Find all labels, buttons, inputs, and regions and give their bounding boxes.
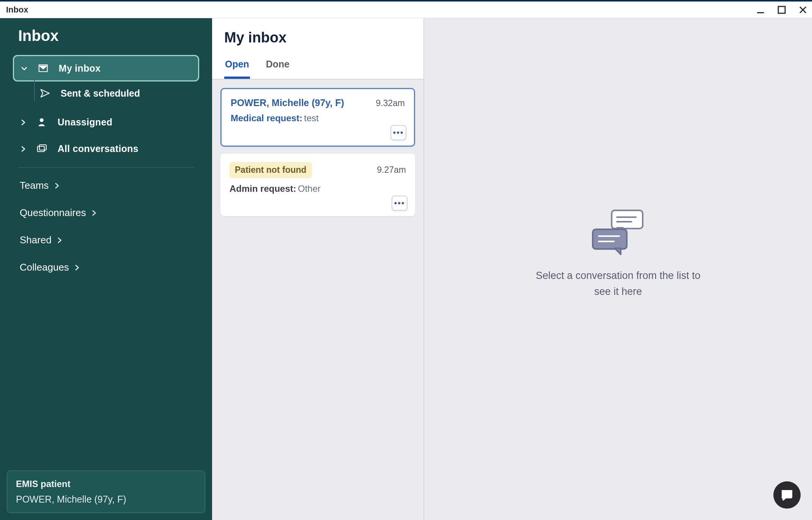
conversation-list-column: My inbox Open Done POWER, Michelle (97y,… xyxy=(212,18,424,520)
window-title-bar: Inbox xyxy=(0,0,812,18)
close-button[interactable] xyxy=(797,4,809,16)
svg-rect-0 xyxy=(757,12,764,13)
svg-point-4 xyxy=(40,118,44,122)
conversation-detail-column: Select a conversation from the list to s… xyxy=(424,18,812,520)
app-body: Inbox My inbox Sent & scheduled xyxy=(0,18,812,520)
svg-rect-7 xyxy=(612,210,643,229)
svg-rect-1 xyxy=(778,6,785,13)
sidebar-item-unassigned[interactable]: Unassigned xyxy=(13,109,199,135)
empty-state: Select a conversation from the list to s… xyxy=(527,208,709,300)
sidebar-title: Inbox xyxy=(0,27,212,55)
chevron-right-icon xyxy=(20,143,27,154)
conversation-empty-illustration xyxy=(590,208,646,257)
sidebar-item-all-conversations[interactable]: All conversations xyxy=(13,135,199,162)
chevron-right-icon xyxy=(20,117,27,128)
card-timestamp: 9.27am xyxy=(377,165,406,175)
sidebar-category-label: Shared xyxy=(20,234,52,246)
sidebar-item-sent-scheduled[interactable]: Sent & scheduled xyxy=(13,81,199,105)
sidebar-category-label: Questionnaires xyxy=(20,207,86,219)
tab-done[interactable]: Done xyxy=(265,54,290,79)
window-controls xyxy=(754,4,809,16)
svg-marker-16 xyxy=(783,498,787,501)
chat-icon xyxy=(780,489,794,501)
sidebar-category-shared[interactable]: Shared xyxy=(0,226,212,254)
chevron-down-icon xyxy=(21,63,28,74)
card-request-type-value: test xyxy=(304,113,319,123)
svg-rect-15 xyxy=(782,490,792,498)
svg-rect-11 xyxy=(593,229,627,249)
card-request-type-label: Medical request: xyxy=(231,113,302,123)
sidebar-item-my-inbox[interactable]: My inbox xyxy=(13,55,199,81)
sidebar-divider xyxy=(18,167,194,168)
conversation-card[interactable]: Patient not found 9.27am Admin request: … xyxy=(220,153,415,216)
send-icon xyxy=(39,89,51,98)
empty-state-message: Select a conversation from the list to s… xyxy=(527,268,709,300)
ellipsis-icon: ••• xyxy=(393,128,404,138)
svg-rect-5 xyxy=(37,146,44,152)
minimize-button[interactable] xyxy=(754,4,767,16)
patient-context-name: POWER, Michelle (97y, F) xyxy=(16,494,196,505)
tab-open[interactable]: Open xyxy=(224,54,250,79)
card-more-button[interactable]: ••• xyxy=(392,196,408,211)
sidebar-category-colleagues[interactable]: Colleagues xyxy=(0,254,212,281)
help-chat-button[interactable] xyxy=(773,481,801,509)
card-more-button[interactable]: ••• xyxy=(390,125,406,140)
conversations-icon xyxy=(36,144,48,153)
chevron-right-icon xyxy=(54,180,59,191)
card-timestamp: 9.32am xyxy=(376,98,405,108)
inbox-icon xyxy=(37,64,49,72)
user-unassigned-icon xyxy=(36,117,48,127)
sidebar-item-label: My inbox xyxy=(59,63,101,74)
sidebar-item-label: Unassigned xyxy=(58,117,112,128)
ellipsis-icon: ••• xyxy=(394,198,405,208)
maximize-button[interactable] xyxy=(776,4,788,16)
patient-not-found-badge: Patient not found xyxy=(230,162,312,178)
sidebar-category-questionnaires[interactable]: Questionnaires xyxy=(0,199,212,226)
svg-marker-12 xyxy=(615,248,621,254)
sidebar: Inbox My inbox Sent & scheduled xyxy=(0,18,212,520)
window-title: Inbox xyxy=(6,5,28,15)
conversation-cards: POWER, Michelle (97y, F) 9.32am Medical … xyxy=(212,80,423,520)
sidebar-category-teams[interactable]: Teams xyxy=(0,172,212,199)
card-patient-name: POWER, Michelle (97y, F) xyxy=(231,97,344,108)
chevron-right-icon xyxy=(74,262,80,273)
sidebar-nav: My inbox Sent & scheduled Unassigned xyxy=(0,55,212,162)
conversation-list-title: My inbox xyxy=(224,30,411,46)
card-request-type-label: Admin request: xyxy=(230,183,296,194)
conversation-list-header: My inbox Open Done xyxy=(212,18,423,80)
sidebar-category-label: Teams xyxy=(20,180,49,191)
chevron-right-icon xyxy=(57,234,62,246)
sidebar-item-label: All conversations xyxy=(58,143,139,154)
conversation-tabs: Open Done xyxy=(224,54,411,79)
card-request-type-value: Other xyxy=(298,183,320,194)
conversation-card[interactable]: POWER, Michelle (97y, F) 9.32am Medical … xyxy=(220,88,415,147)
patient-context-heading: EMIS patient xyxy=(16,479,196,489)
svg-rect-6 xyxy=(39,145,46,150)
chevron-right-icon xyxy=(91,207,97,219)
sidebar-category-label: Colleagues xyxy=(20,262,69,273)
sidebar-item-label: Sent & scheduled xyxy=(61,88,140,99)
patient-context-card[interactable]: EMIS patient POWER, Michelle (97y, F) xyxy=(7,470,205,513)
